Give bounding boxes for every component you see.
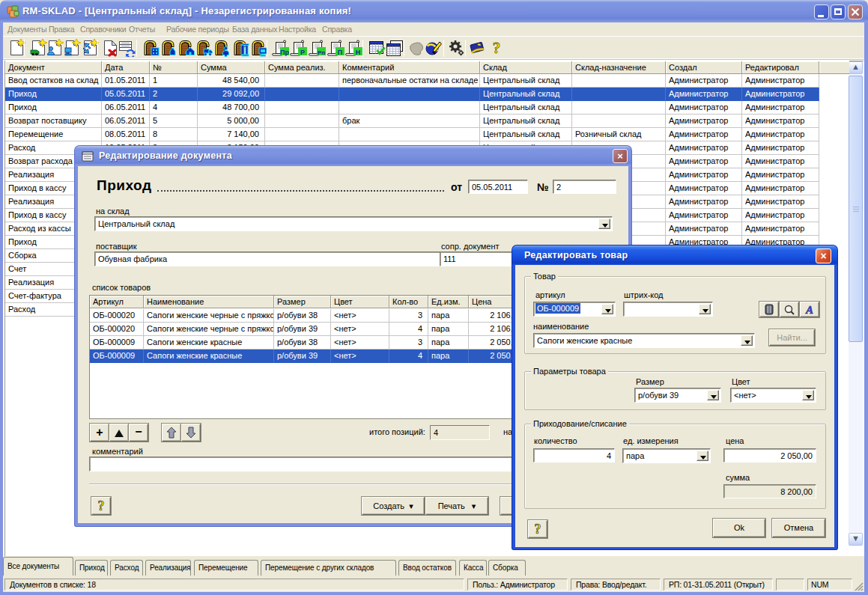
svg-text:A: A [805,304,813,315]
svg-text:Р: Р [300,49,305,56]
svg-text:?: ? [98,498,105,513]
svg-text:Н: Н [356,49,361,56]
svg-text:П: П [338,49,342,56]
svg-text:?: ? [493,39,501,57]
svg-text:?: ? [535,522,541,537]
svg-text:Рп: Рп [318,49,325,56]
svg-text:Пр: Пр [280,49,289,56]
